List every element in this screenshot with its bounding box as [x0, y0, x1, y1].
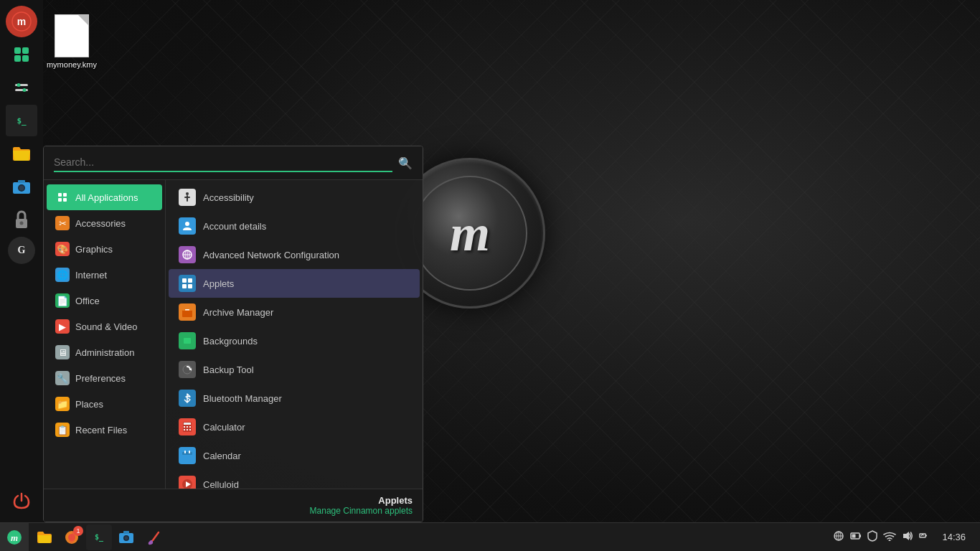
sidebar-grub-button[interactable]: G [8, 237, 35, 264]
taskbar: m 1 $_ [0, 522, 980, 551]
svg-rect-2 [14, 47, 21, 54]
sidebar-folder-button[interactable] [6, 138, 37, 169]
svg-point-9 [23, 88, 27, 92]
svg-rect-5 [22, 55, 29, 62]
app-calendar[interactable]: Calendar [169, 441, 420, 470]
taskbar-clock: 14:36 [936, 532, 971, 542]
sidebar-camera-button[interactable] [6, 171, 37, 202]
systray-shield-icon[interactable] [867, 530, 877, 544]
svg-marker-71 [903, 532, 909, 540]
category-internet-label: Internet [75, 270, 107, 281]
category-office-icon: 📄 [55, 293, 70, 308]
category-sound-icon: ▶ [55, 319, 70, 334]
category-places-icon: 📁 [55, 397, 70, 411]
app-archive[interactable]: Archive Manager [169, 298, 420, 326]
svg-rect-47 [182, 452, 192, 455]
app-celluloid[interactable]: Celluloid [169, 470, 420, 489]
sidebar-applets-button[interactable] [6, 39, 37, 70]
app-menu-footer: Applets Manage Cinnamon applets [44, 489, 423, 522]
svg-rect-69 [852, 534, 856, 538]
svg-point-70 [889, 540, 891, 541]
category-preferences-icon: 🔧 [55, 371, 70, 385]
footer-app-desc[interactable]: Manage Cinnamon applets [54, 506, 413, 516]
sidebar-terminal-button[interactable]: $_ [6, 105, 37, 136]
app-calendar-icon [179, 447, 196, 464]
taskbar-firefox-badge: 1 [73, 526, 83, 536]
file-icon-image [55, 14, 89, 57]
taskbar-app-screenshot[interactable] [113, 524, 139, 550]
app-network[interactable]: Advanced Network Configuration [169, 240, 420, 269]
sidebar-lock-button[interactable] [6, 204, 37, 235]
category-office-label: Office [75, 296, 100, 306]
svg-rect-29 [188, 284, 192, 288]
app-celluloid-icon [179, 476, 196, 489]
app-calculator[interactable]: Calculator [169, 413, 420, 441]
app-applets-label: Applets [203, 278, 234, 289]
category-all-icon [55, 190, 70, 204]
svg-rect-39 [184, 423, 191, 425]
taskbar-app-brush[interactable] [141, 524, 166, 550]
category-graphics-label: Graphics [75, 244, 113, 255]
category-sound[interactable]: ▶ Sound & Video [47, 314, 162, 339]
svg-rect-68 [859, 534, 861, 537]
category-admin[interactable]: 🖥 Administration [47, 339, 162, 365]
app-bluetooth-label: Bluetooth Manager [203, 393, 282, 404]
systray-vpn-icon[interactable] [833, 530, 844, 544]
category-accessories[interactable]: ✂ Accessories [47, 210, 162, 236]
file-icon-label: mymoney.kmy [47, 60, 97, 69]
app-menu-body: All Applications ✂ Accessories 🎨 Graphic… [44, 180, 423, 489]
svg-rect-27 [188, 278, 192, 283]
category-admin-label: Administration [75, 347, 134, 358]
taskbar-apps: 1 $_ [29, 524, 824, 550]
app-backup[interactable]: Backup Tool [169, 355, 420, 384]
category-recent-icon: 📋 [55, 423, 70, 437]
svg-text:m: m [17, 16, 26, 27]
category-recent[interactable]: 📋 Recent Files [47, 417, 162, 443]
svg-rect-18 [58, 198, 62, 202]
category-all[interactable]: All Applications [47, 184, 162, 210]
category-graphics[interactable]: 🎨 Graphics [47, 236, 162, 262]
systray-wifi-icon[interactable] [883, 531, 896, 543]
category-office[interactable]: 📄 Office [47, 288, 162, 314]
app-backgrounds[interactable]: Backgrounds [169, 326, 420, 355]
app-accessibility-label: Accessibility [203, 192, 254, 203]
systray-power-icon[interactable] [919, 530, 930, 544]
taskbar-start-button[interactable]: m [0, 523, 29, 552]
app-applets[interactable]: Applets [169, 269, 420, 298]
app-accessibility[interactable]: Accessibility [169, 183, 420, 212]
footer-app-name: Applets [54, 495, 413, 506]
taskbar-app-terminal[interactable]: $_ [86, 524, 112, 550]
app-menu-search-bar: 🔍 [44, 146, 423, 180]
category-places[interactable]: 📁 Places [47, 391, 162, 417]
category-accessories-icon: ✂ [55, 216, 70, 230]
sidebar-power-button[interactable] [6, 485, 37, 517]
svg-rect-30 [182, 310, 192, 317]
systray-volume-icon[interactable] [902, 530, 913, 544]
category-internet-icon: 🌐 [55, 268, 70, 282]
app-bluetooth[interactable]: Bluetooth Manager [169, 384, 420, 413]
search-icon[interactable]: 🔍 [398, 156, 413, 170]
svg-rect-4 [14, 55, 21, 62]
svg-rect-49 [189, 451, 190, 453]
app-account[interactable]: Account details [169, 212, 420, 240]
sidebar-toggle-button[interactable] [6, 72, 37, 103]
svg-rect-19 [63, 198, 67, 202]
desktop-file-icon[interactable]: mymoney.kmy [43, 14, 100, 69]
mint-m-letter: m [450, 204, 490, 263]
search-input[interactable] [54, 154, 392, 172]
svg-point-21 [185, 222, 189, 226]
sidebar: m $_ G [0, 0, 43, 522]
taskbar-app-files[interactable] [32, 524, 57, 550]
svg-rect-45 [189, 429, 191, 430]
svg-rect-41 [187, 426, 188, 428]
category-preferences[interactable]: 🔧 Preferences [47, 365, 162, 391]
sidebar-mint-button[interactable]: m [6, 6, 37, 37]
svg-rect-32 [185, 309, 189, 311]
systray-battery-tool-icon[interactable] [850, 530, 862, 544]
svg-line-62 [153, 532, 159, 540]
category-places-label: Places [75, 399, 103, 410]
category-internet[interactable]: 🌐 Internet [47, 262, 162, 288]
taskbar-app-firefox[interactable]: 1 [59, 524, 85, 550]
svg-rect-40 [184, 426, 185, 428]
category-all-label: All Applications [75, 192, 138, 203]
